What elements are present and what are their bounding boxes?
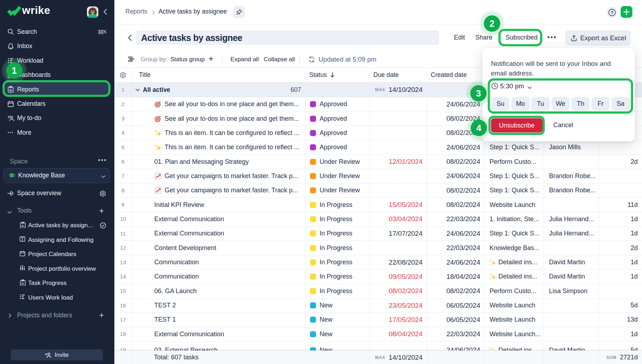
svg-text:?: ?: [611, 10, 613, 15]
